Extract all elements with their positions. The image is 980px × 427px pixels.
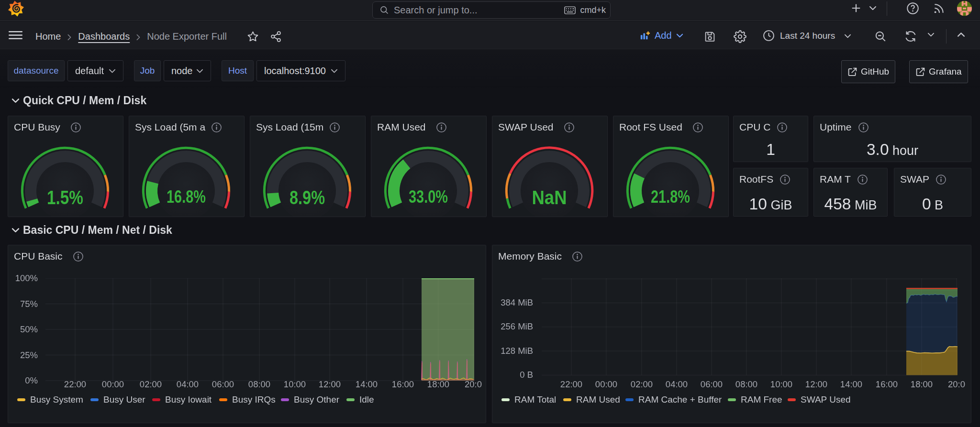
svg-text:8.9%: 8.9% [290,186,325,208]
svg-text:1.5%: 1.5% [47,186,83,208]
svg-text:NaN: NaN [532,187,567,208]
svg-text:21.8%: 21.8% [651,187,690,207]
svg-text:16.8%: 16.8% [167,187,206,207]
svg-text:33.0%: 33.0% [409,187,448,207]
